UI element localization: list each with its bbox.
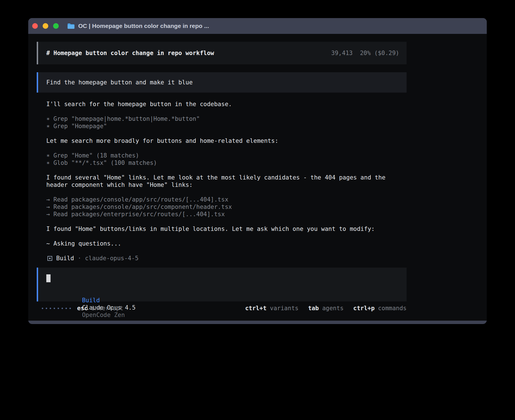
session-header: # Homepage button color change in repo w… [37,42,407,64]
shortcut-key: tab [308,305,319,312]
conversation-line: header component which have "Home" links… [46,181,407,189]
conversation-line: → Read packages/console/app/src/routes/[… [46,196,407,203]
conversation-line: → Read packages/console/app/src/componen… [46,203,407,211]
input-provider-label: OpenCode Zen [82,312,125,318]
progress-dot [46,308,47,309]
shortcut-key: ctrl+t [245,305,267,312]
close-button[interactable] [32,23,38,29]
shortcut-key: ctrl+p [353,305,375,312]
shortcut-commands: ctrl+pcommands [353,305,407,312]
conversation-line: → Read packages/enterprise/src/routes/[.… [46,211,407,218]
conversation-line: ∗ Grep "Homepage" [46,123,407,130]
conversation-block: I'll search for the homepage button in t… [46,100,407,108]
conversation-block: ∗ Grep "homepage|home.*button|Home.*butt… [46,115,407,130]
conversation-block: I found "Home" buttons/links in multiple… [46,225,407,233]
shortcut-agents: tabagents [308,305,344,312]
progress-dot [62,308,63,309]
conversation-block: I found several "Home" links. Let me loo… [46,174,407,189]
agent-status: Build · claude-opus-4-5 [37,255,407,262]
user-message-text: Find the homepage button and make it blu… [46,79,193,86]
conversation-line: ∗ Grep "homepage|home.*button|Home.*butt… [46,115,407,123]
terminal-content: # Homepage button color change in repo w… [28,34,487,321]
agent-separator: · [78,255,81,262]
progress-dot [54,308,55,309]
shortcut-label-interrupt: interrupt [91,305,123,312]
conversation-block: Let me search more broadly for buttons a… [46,137,407,145]
conversation-line: I found several "Home" links. Let me loo… [46,174,407,181]
shortcut-variants: ctrl+tvariants [245,305,298,312]
window-title: OC | Homepage button color change in rep… [78,23,209,29]
progress-dot [50,308,51,309]
conversation-line: ∗ Grep "Home" (18 matches) [46,152,407,159]
status-shortcuts: ctrl+tvariantstabagentsctrl+pcommands [245,305,407,312]
progress-dots [42,308,71,309]
conversation-block: ~ Asking questions... [46,240,407,247]
tui-column: # Homepage button color change in repo w… [37,34,407,312]
conversation-line: Let me search more broadly for buttons a… [46,137,407,145]
conversation-line: I found "Home" buttons/links in multiple… [46,225,407,233]
folder-icon [67,23,75,29]
conversation-block: → Read packages/console/app/src/routes/[… [46,196,407,218]
user-message: Find the homepage button and make it blu… [37,72,407,93]
conversation-line: I'll search for the homepage button in t… [46,100,407,108]
minimize-button[interactable] [43,23,48,29]
shortcut-label: variants [270,305,298,312]
session-stats: 39,413 20% ($0.29) [331,49,399,57]
agent-model: claude-opus-4-5 [85,255,139,262]
window-titlebar[interactable]: OC | Homepage button color change in rep… [28,18,487,34]
conversation-line: ∗ Glob "**/*.tsx" (100 matches) [46,159,407,167]
conversation-block: ∗ Grep "Home" (18 matches)∗ Glob "**/*.t… [46,152,407,167]
window-controls [32,23,59,29]
progress-dot [42,308,43,309]
progress-dot [66,308,67,309]
token-count: 39,413 [331,49,353,57]
shortcut-key-esc: esc [77,305,88,312]
progress-dot [69,308,71,309]
status-bar: esc interrupt ctrl+tvariantstabagentsctr… [37,305,407,312]
conversation: I'll search for the homepage button in t… [37,100,407,247]
shortcut-label: agents [322,305,344,312]
progress-dot [58,308,59,309]
prompt-input[interactable]: Build Claude Opus 4.5 OpenCode Zen [37,268,407,301]
input-agent-label[interactable]: Build [82,297,100,304]
terminal-window: OC | Homepage button color change in rep… [28,18,487,324]
shortcut-label: commands [378,305,407,312]
text-cursor [46,274,51,282]
session-title: # Homepage button color change in repo w… [46,49,214,57]
agent-badge-icon [47,256,52,261]
status-left: esc interrupt [37,305,123,312]
zoom-button[interactable] [53,23,59,29]
context-cost: 20% ($0.29) [360,49,399,57]
conversation-line: ~ Asking questions... [46,240,407,247]
agent-name: Build [56,255,74,262]
